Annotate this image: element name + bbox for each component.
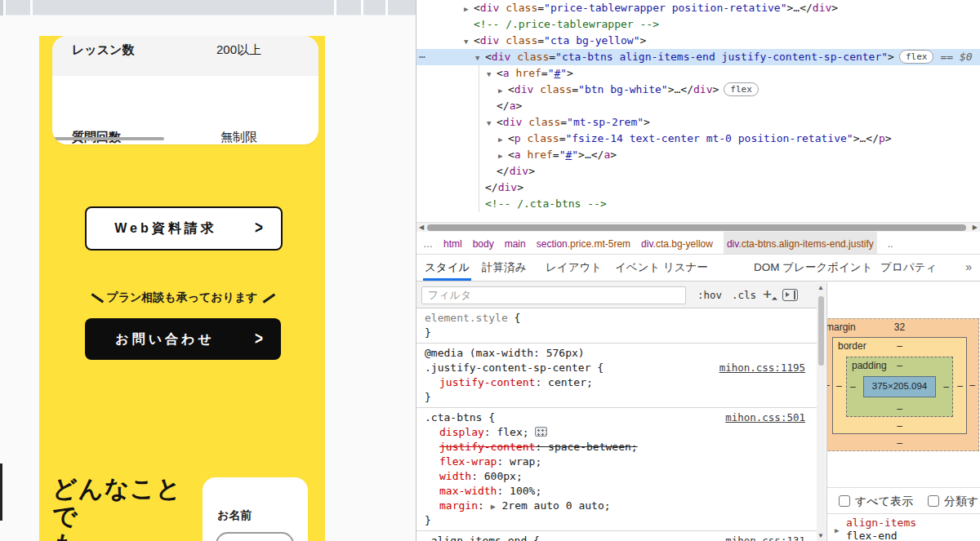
flex-editor-icon[interactable]: [535, 427, 547, 437]
stylesheet-link[interactable]: mihon.css:131: [725, 534, 805, 541]
css-declaration[interactable]: max-width: 100%;: [416, 484, 817, 499]
chevron-right-icon: >: [255, 329, 263, 349]
contact-button[interactable]: お問い合わせ >: [85, 318, 281, 360]
styles-vertical-scrollbar[interactable]: ▲ ▼: [817, 282, 826, 541]
elements-tree-row[interactable]: ▼<div class="mt-sp-2rem">: [416, 114, 980, 131]
expanded-arrow-icon[interactable]: ▼: [464, 33, 474, 50]
css-declaration[interactable]: justify-content: space-between;: [416, 440, 817, 455]
border-left-value[interactable]: –: [836, 380, 842, 392]
breadcrumb-item[interactable]: div.cta.bg-yellow: [641, 233, 713, 255]
collapsed-arrow-icon[interactable]: ▶: [498, 131, 508, 148]
tab-item[interactable]: プロパティ: [880, 255, 937, 281]
elements-tree-row[interactable]: </div>: [416, 163, 980, 180]
expanded-arrow-icon[interactable]: ▼: [487, 115, 497, 131]
row-options-dots-icon[interactable]: ⋯: [419, 49, 425, 65]
table-scrollbar[interactable]: [53, 137, 164, 140]
padding-bottom-value[interactable]: –: [847, 403, 952, 415]
devtools-panel: ▶<div class="price-tablewrapper position…: [416, 0, 980, 541]
tab-item[interactable]: 計算済み: [482, 255, 526, 281]
css-selector-line[interactable]: element.style {: [416, 311, 817, 326]
css-selector-line[interactable]: .cta-btns {mihon.css:501: [416, 410, 817, 425]
breadcrumb-item[interactable]: main: [505, 233, 526, 255]
margin-left-value[interactable]: –: [826, 379, 830, 391]
elements-tree-row[interactable]: ▶<a href="#">…</a>: [416, 147, 980, 163]
tab-item[interactable]: DOM ブレークポイント: [754, 255, 872, 281]
checkbox-icon[interactable]: [928, 495, 939, 507]
expanded-arrow-icon[interactable]: ▼: [487, 66, 497, 82]
expand-arrow-icon[interactable]: ▶: [835, 526, 839, 534]
scroll-left-arrow-icon[interactable]: ◀: [419, 224, 424, 231]
css-selector-line[interactable]: }: [416, 390, 817, 405]
box-model-content[interactable]: 375×205.094: [863, 376, 936, 397]
name-input[interactable]: [216, 532, 294, 541]
css-declaration[interactable]: margin: ▶ 2rem auto 0 auto;: [416, 499, 817, 513]
toggle-panel-icon[interactable]: [782, 289, 798, 301]
css-selector-line[interactable]: }: [416, 326, 817, 340]
tab-item[interactable]: レイアウト: [546, 255, 602, 281]
margin-right-value[interactable]: –: [969, 379, 975, 391]
css-selector-line[interactable]: .align-items-end {mihon.css:131: [416, 534, 817, 541]
border-top-value[interactable]: –: [833, 340, 966, 352]
elements-tree-row[interactable]: ▶<div class="price-tablewrapper position…: [416, 0, 980, 16]
css-selector-line[interactable]: @media (max-width: 576px): [416, 346, 817, 361]
group-checkbox[interactable]: 分類する: [928, 494, 980, 509]
css-selector-line[interactable]: .justify-content-sp-center {mihon.css:11…: [416, 361, 817, 375]
elements-tree-row[interactable]: ⋯▼<div class="cta-btns align-items-end j…: [416, 49, 980, 65]
tab-item[interactable]: イベント リスナー: [615, 255, 708, 281]
css-selector-line[interactable]: }: [416, 513, 817, 528]
breadcrumb-item[interactable]: section.price.mt-5rem: [537, 233, 630, 255]
show-all-checkbox[interactable]: すべて表示: [839, 494, 913, 509]
flex-badge[interactable]: flex: [724, 82, 759, 96]
elements-tree-row[interactable]: ▶<div class="btn bg-white">…</div>flex: [416, 82, 980, 98]
toggle-class-button[interactable]: .cls: [732, 282, 756, 308]
elements-tree-row[interactable]: </a>: [416, 98, 980, 114]
border-bottom-value[interactable]: –: [833, 420, 966, 432]
collapsed-arrow-icon[interactable]: ▶: [464, 1, 474, 17]
elements-tree-row[interactable]: ▼<a href="#">: [416, 65, 980, 82]
border-right-value[interactable]: –: [957, 380, 963, 392]
tabs-overflow-icon[interactable]: »: [965, 255, 972, 281]
box-model-padding[interactable]: padding – – – – 375×205.094: [846, 357, 953, 417]
stylesheet-link[interactable]: mihon.css:1195: [719, 361, 805, 375]
scrollbar-thumb[interactable]: [427, 224, 966, 231]
css-declaration[interactable]: display: flex;: [416, 425, 817, 440]
padding-right-value[interactable]: –: [943, 381, 949, 392]
scrollbar-thumb[interactable]: [818, 296, 824, 366]
margin-bottom-value[interactable]: –: [826, 437, 978, 449]
scroll-up-arrow-icon[interactable]: ▲: [817, 284, 824, 291]
elements-horizontal-scrollbar[interactable]: ◀ ▶: [416, 222, 980, 232]
box-model-border[interactable]: border – – – – padding – – – – 375×205.0…: [832, 337, 967, 434]
new-style-rule-button[interactable]: +: [763, 282, 772, 308]
css-declaration[interactable]: justify-content: center;: [416, 375, 817, 390]
web-doc-request-button[interactable]: Web資料請求 >: [85, 206, 283, 251]
elements-tree-row[interactable]: ▼<div class="cta bg-yellow">: [416, 33, 980, 49]
elements-tree-row[interactable]: ▶<p class="fsize-14 text-center mt-0 pos…: [416, 131, 980, 147]
tab-styles-selected[interactable]: スタイル: [425, 255, 470, 281]
contact-heading-line: どんなことで: [52, 475, 207, 530]
styles-filter-input[interactable]: フィルタ: [421, 286, 686, 304]
checkbox-icon[interactable]: [839, 495, 850, 507]
elements-tree-row[interactable]: </div>: [416, 180, 980, 196]
breadcrumb-item[interactable]: html: [443, 233, 462, 255]
breadcrumb-item[interactable]: body: [473, 233, 494, 255]
code-token: :: [497, 485, 510, 497]
padding-top-value[interactable]: –: [847, 360, 952, 371]
code-token: margin: [439, 499, 478, 512]
breadcrumb-item[interactable]: div.cta-btns.align-items-end.justify: [724, 232, 877, 255]
box-model-margin[interactable]: margin 32 – – – border – – – – padding –: [826, 318, 979, 451]
elements-tree-row[interactable]: <!-- /.cta-btns -->: [416, 196, 980, 212]
scroll-right-arrow-icon[interactable]: ▶: [973, 224, 978, 231]
expanded-arrow-icon[interactable]: ▼: [475, 50, 485, 66]
stylesheet-link[interactable]: mihon.css:501: [725, 410, 805, 425]
scroll-down-arrow-icon[interactable]: ▼: [817, 532, 824, 539]
toggle-hover-state-button[interactable]: :hov: [697, 282, 722, 308]
collapsed-arrow-icon[interactable]: ▶: [498, 148, 508, 164]
elements-tree-row[interactable]: <!-- /.price-tablewrapper -->: [416, 16, 980, 33]
collapsed-arrow-icon[interactable]: ▶: [498, 82, 508, 99]
padding-left-value[interactable]: –: [850, 381, 856, 392]
css-declaration[interactable]: width: 600px;: [416, 469, 817, 484]
flex-badge[interactable]: flex: [899, 50, 934, 64]
code-token: <: [474, 34, 480, 47]
css-declaration[interactable]: flex-wrap: wrap;: [416, 455, 817, 469]
margin-top-value[interactable]: 32: [826, 321, 978, 333]
